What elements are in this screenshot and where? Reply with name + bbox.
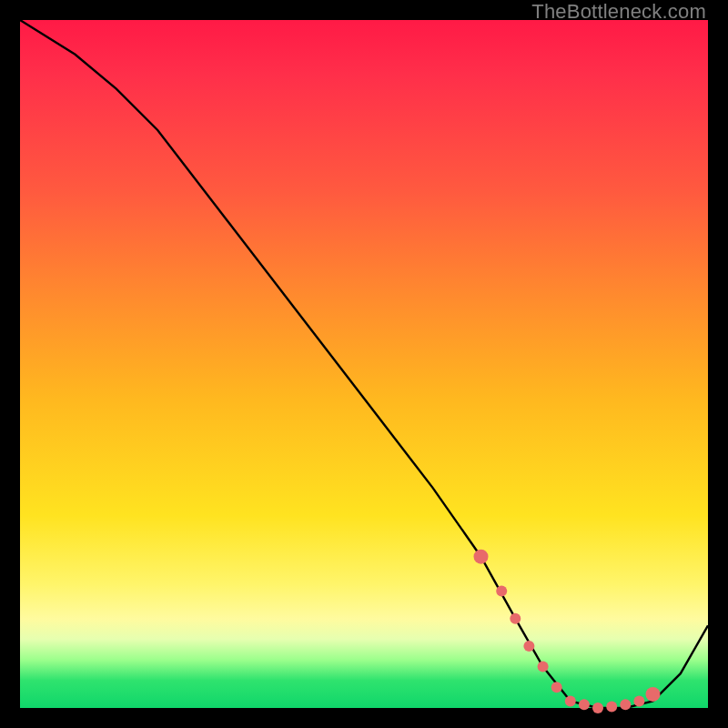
chart-container: TheBottleneck.com [0, 0, 728, 728]
data-point [565, 695, 576, 706]
data-point [592, 703, 603, 713]
data-point [646, 687, 661, 702]
data-point [474, 550, 489, 564]
data-point [579, 699, 590, 710]
plot-area [20, 20, 708, 708]
bottleneck-curve [20, 20, 708, 708]
data-point [620, 699, 631, 710]
data-point [510, 613, 521, 624]
chart-svg [20, 20, 708, 708]
data-point [496, 586, 507, 597]
data-point [551, 682, 562, 693]
data-point [538, 662, 549, 672]
data-point [633, 695, 644, 706]
highlighted-points [474, 550, 661, 713]
data-point [523, 641, 534, 652]
data-point [606, 702, 617, 713]
